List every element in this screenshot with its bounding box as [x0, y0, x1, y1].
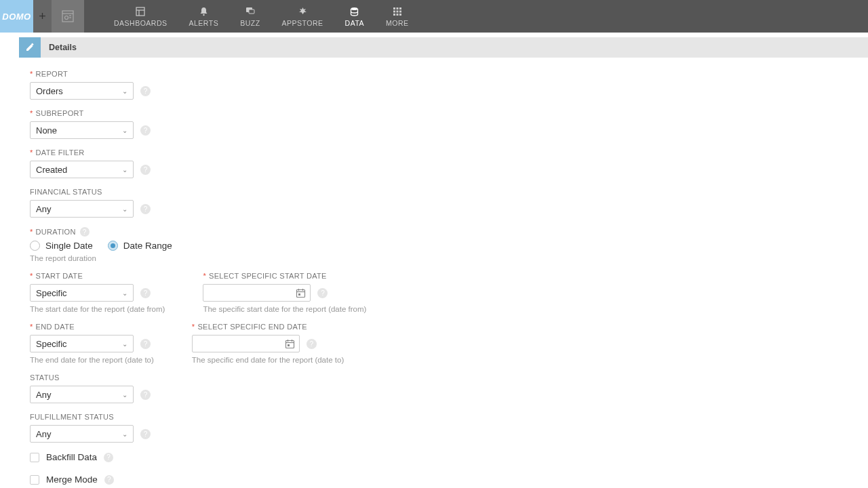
app-tab-icon	[62, 10, 74, 22]
help-icon[interactable]: ?	[140, 165, 151, 175]
svg-point-2	[65, 16, 68, 20]
help-icon[interactable]: ?	[307, 339, 317, 349]
calendar-icon	[296, 288, 306, 298]
report-select[interactable]: Orders ⌄	[30, 82, 134, 100]
field-label: *SELECT SPECIFIC END DATE	[192, 323, 344, 331]
field-label: FINANCIAL STATUS	[30, 188, 857, 196]
help-icon[interactable]: ?	[140, 390, 151, 400]
chevron-down-icon: ⌄	[122, 205, 127, 213]
buzz-icon	[245, 6, 255, 17]
nav-data[interactable]: DATA	[334, 0, 375, 33]
alerts-icon	[199, 6, 208, 17]
select-value: Created	[36, 165, 67, 175]
primary-nav: DASHBOARDS ALERTS BUZZ APPSTORE DATA	[103, 0, 420, 33]
svg-rect-18	[393, 14, 395, 16]
subreport-select[interactable]: None ⌄	[30, 121, 134, 139]
help-icon[interactable]: ?	[140, 125, 151, 136]
specific-end-date-input[interactable]	[192, 335, 300, 352]
content-panel: Details *REPORT Orders ⌄ ? *SUBREPORT	[19, 37, 868, 488]
select-value: Orders	[36, 86, 63, 96]
field-label: *END DATE	[30, 323, 154, 331]
nav-label: APPSTORE	[282, 19, 323, 27]
field-hint: The report duration	[30, 254, 857, 262]
radio-icon	[30, 241, 40, 251]
nav-buzz[interactable]: BUZZ	[229, 0, 271, 33]
field-label: *REPORT	[30, 70, 857, 78]
select-value: Any	[36, 429, 51, 439]
details-tab[interactable]	[19, 37, 41, 58]
svg-rect-26	[298, 293, 300, 296]
nav-more[interactable]: MORE	[375, 0, 420, 33]
svg-rect-27	[285, 340, 294, 348]
help-icon[interactable]: ?	[140, 204, 151, 214]
svg-rect-16	[396, 10, 398, 12]
svg-rect-31	[288, 344, 290, 346]
nav-dashboards[interactable]: DASHBOARDS	[103, 0, 178, 33]
help-icon[interactable]: ?	[80, 227, 90, 237]
fulfillment-status-select[interactable]: Any ⌄	[30, 425, 134, 443]
checkbox-label: Backfill Data	[46, 452, 97, 462]
checkbox-icon	[30, 453, 39, 462]
appstore-icon	[298, 6, 308, 17]
field-specific-end-date: *SELECT SPECIFIC END DATE ? The specific…	[192, 323, 344, 364]
help-icon[interactable]: ?	[104, 453, 113, 462]
calendar-icon	[285, 339, 295, 349]
field-end-date: *END DATE Specific ⌄ ? The end date for …	[30, 323, 154, 364]
svg-rect-12	[393, 7, 395, 9]
field-report: *REPORT Orders ⌄ ?	[30, 70, 857, 100]
radio-date-range[interactable]: Date Range	[108, 241, 172, 251]
help-icon[interactable]: ?	[140, 429, 151, 439]
svg-rect-17	[399, 10, 401, 12]
field-fulfillment-status: FULFILLMENT STATUS Any ⌄ ?	[30, 413, 857, 443]
financial-status-select[interactable]: Any ⌄	[30, 200, 134, 218]
field-label: *SUBREPORT	[30, 109, 857, 117]
nav-label: DASHBOARDS	[114, 19, 167, 27]
add-button[interactable]: +	[33, 0, 52, 33]
radio-icon	[108, 241, 118, 251]
checkbox-label: Merge Mode	[46, 474, 98, 485]
nav-label: MORE	[386, 19, 409, 27]
field-label: FULFILLMENT STATUS	[30, 413, 857, 421]
field-label: *START DATE	[30, 272, 165, 280]
field-label: *DATE FILTER	[30, 148, 857, 157]
dashboards-icon	[136, 6, 145, 17]
brand-logo[interactable]: DOMO	[0, 0, 33, 33]
app-tab[interactable]	[52, 0, 84, 33]
field-label: STATUS	[30, 373, 857, 382]
chevron-down-icon: ⌄	[122, 127, 127, 134]
svg-rect-13	[396, 7, 398, 9]
svg-rect-15	[393, 10, 395, 12]
chevron-down-icon: ⌄	[122, 289, 127, 297]
specific-start-date-input[interactable]	[203, 284, 311, 302]
date-filter-select[interactable]: Created ⌄	[30, 161, 134, 178]
nav-alerts[interactable]: ALERTS	[178, 0, 230, 33]
checkbox-merge[interactable]: Merge Mode ?	[30, 474, 857, 485]
field-duration: *DURATION ? Single Date Date Range The r…	[30, 227, 857, 262]
radio-single-date[interactable]: Single Date	[30, 241, 93, 251]
plus-icon: +	[39, 9, 46, 24]
field-date-filter: *DATE FILTER Created ⌄ ?	[30, 148, 857, 178]
svg-point-11	[351, 7, 358, 10]
help-icon[interactable]: ?	[104, 475, 114, 485]
nav-appstore[interactable]: APPSTORE	[271, 0, 334, 33]
nav-label: ALERTS	[189, 19, 219, 27]
status-select[interactable]: Any ⌄	[30, 386, 134, 403]
help-icon[interactable]: ?	[140, 339, 151, 349]
help-icon[interactable]: ?	[140, 86, 151, 96]
field-hint: The end date for the report (date to)	[30, 356, 154, 364]
select-value: Specific	[36, 288, 67, 298]
help-icon[interactable]: ?	[317, 288, 328, 298]
svg-rect-14	[399, 7, 401, 9]
end-date-select[interactable]: Specific ⌄	[30, 335, 134, 352]
nav-label: DATA	[345, 19, 364, 27]
field-label: *DURATION ?	[30, 227, 857, 237]
chevron-down-icon: ⌄	[122, 391, 127, 399]
select-value: Any	[36, 390, 51, 400]
help-icon[interactable]: ?	[140, 288, 151, 298]
checkbox-backfill[interactable]: Backfill Data ?	[30, 452, 857, 462]
chevron-down-icon: ⌄	[122, 430, 127, 438]
nav-label: BUZZ	[240, 19, 260, 27]
checkbox-icon	[30, 475, 39, 485]
field-start-date: *START DATE Specific ⌄ ? The start date …	[30, 272, 165, 313]
start-date-select[interactable]: Specific ⌄	[30, 284, 134, 302]
